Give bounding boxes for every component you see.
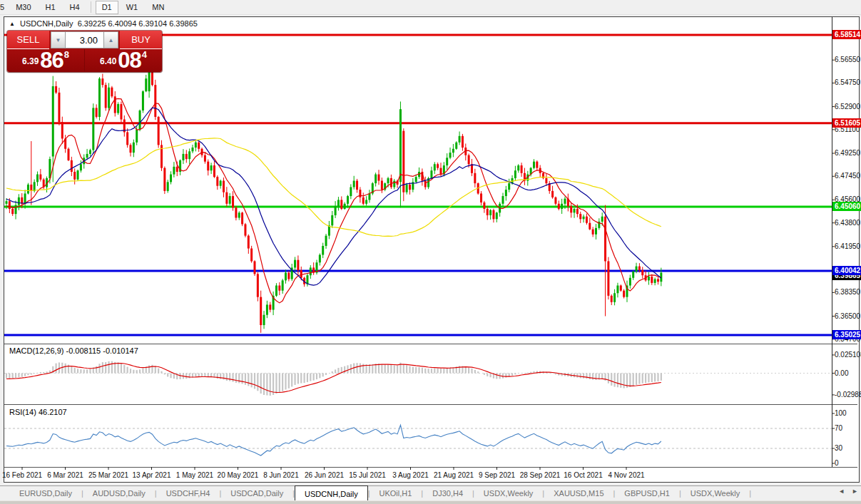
- tab-gbpusd-h1[interactable]: GBPUSD,H1: [615, 486, 679, 500]
- timeframe-button-h1[interactable]: H1: [39, 1, 62, 14]
- buy-price[interactable]: 6.40 08 4: [85, 49, 162, 71]
- buy-price-small: 6.40: [100, 56, 116, 66]
- date-axis-label: 25 Mar 2021: [88, 471, 128, 479]
- tab-usdx-weekly[interactable]: USDX,Weekly: [474, 486, 542, 500]
- level-price-badge: 6.35025: [832, 330, 861, 339]
- timeframe-button-5[interactable]: 5: [0, 1, 8, 14]
- level-price-badge: 6.51605: [832, 118, 861, 128]
- tab-audusd-daily[interactable]: AUDUSD,Daily: [83, 486, 155, 500]
- sell-button[interactable]: SELL: [7, 31, 49, 49]
- volume-stepper: ▼ 3.00 ▲: [51, 31, 118, 48]
- symbol-tab-bar: EURUSD,Daily|AUDUSD,Daily|USDCHF,H4|USDC…: [0, 485, 861, 500]
- macd-label: MACD(12,26,9) -0.008115 -0.010147: [9, 346, 138, 355]
- tab-scroll-arrows: ◄ ►: [838, 488, 858, 495]
- date-axis-label: 4 Nov 2021: [608, 471, 644, 479]
- date-axis-label: 16 Feb 2021: [2, 471, 42, 479]
- tab-usdchf-h4[interactable]: USDCHF,H4: [157, 486, 220, 500]
- toolbar-separator: [91, 1, 91, 13]
- one-click-top-row: SELL ▼ 3.00 ▲ BUY: [7, 31, 162, 49]
- price-tick-label: 6.56550: [835, 56, 861, 63]
- date-axis-label: 28 Sep 2021: [520, 471, 561, 479]
- volume-decrease-button[interactable]: ▼: [51, 31, 66, 48]
- timeframe-button-h4[interactable]: H4: [63, 1, 86, 14]
- date-axis-label: 3 Aug 2021: [392, 471, 429, 479]
- price-tick-label: 6.36500: [835, 312, 861, 320]
- level-price-badge: 6.58514: [832, 30, 861, 39]
- timeframe-button-m30[interactable]: M30: [9, 1, 37, 14]
- volume-input[interactable]: 3.00: [66, 31, 103, 48]
- price-tick-label: 6.38350: [835, 288, 861, 296]
- volume-increase-button[interactable]: ▲: [103, 31, 118, 48]
- rsi-tick-label: 0: [835, 459, 861, 467]
- date-axis-label: 9 Sep 2021: [479, 471, 515, 479]
- buy-price-sup: 4: [142, 49, 147, 60]
- chart-window: ▲ USDCNH,Daily 6.39225 6.40094 6.39104 6…: [4, 16, 860, 483]
- quote-symbol: USDCNH,Daily: [20, 19, 73, 28]
- tab-usdx-weekly[interactable]: USDX,Weekly: [681, 486, 749, 500]
- bottom-strip: [0, 500, 861, 504]
- sell-price[interactable]: 6.39 86 8: [7, 49, 85, 71]
- quote-title: ▲ USDCNH,Daily 6.39225 6.40094 6.39104 6…: [9, 19, 198, 28]
- sell-price-small: 6.39: [22, 56, 39, 66]
- rsi-label: RSI(14) 46.2107: [9, 408, 67, 416]
- timeframe-toolbar: 5M30H1H4D1W1MN: [0, 0, 861, 15]
- date-axis-label: 21 Aug 2021: [434, 471, 474, 479]
- rsi-tick-label: 30: [835, 444, 861, 452]
- date-axis-label: 20 May 2021: [218, 471, 259, 479]
- chart-canvas[interactable]: [4, 17, 857, 480]
- rsi-tick-label: 100: [835, 409, 861, 417]
- tab-xauusd-m15[interactable]: XAUUSD,M15: [544, 486, 613, 500]
- date-axis-label: 15 Jul 2021: [349, 471, 386, 479]
- date-axis-label: 16 Oct 2021: [564, 471, 602, 479]
- tab-scroll-left-icon[interactable]: ◄: [838, 488, 845, 495]
- timeframe-button-mn[interactable]: MN: [146, 1, 170, 14]
- timeframe-button-d1[interactable]: D1: [96, 1, 118, 14]
- level-price-badge: 6.40042: [832, 266, 861, 275]
- rsi-tick-label: 70: [835, 424, 861, 432]
- price-tick-label: 6.41950: [835, 242, 861, 250]
- tab-eurusd-daily[interactable]: EURUSD,Daily: [10, 486, 81, 500]
- tab-usdcnh-daily[interactable]: USDCNH,Daily: [295, 485, 368, 500]
- date-axis-label: 13 Apr 2021: [133, 471, 171, 479]
- price-tick-label: 6.49250: [835, 149, 861, 157]
- tab-dj30-h4[interactable]: DJ30,H4: [423, 486, 472, 500]
- one-click-trading-panel: SELL ▼ 3.00 ▲ BUY 6.39 86 8 6.40 08 4: [7, 31, 162, 72]
- date-axis-label: 6 Mar 2021: [47, 471, 83, 479]
- sell-price-big: 86: [40, 51, 63, 69]
- up-triangle-icon: ▲: [9, 21, 15, 27]
- price-tick-label: 6.47450: [835, 172, 861, 180]
- price-tick-label: 6.43800: [835, 219, 861, 227]
- tab-separator: |: [749, 486, 751, 500]
- tab-scroll-right-icon[interactable]: ►: [852, 488, 858, 495]
- price-tick-label: 6.54750: [835, 78, 861, 86]
- macd-tick-label: 0.025108: [835, 351, 861, 359]
- tab-usdcad-daily[interactable]: USDCAD,Daily: [221, 486, 292, 500]
- buy-button[interactable]: BUY: [120, 31, 162, 49]
- timeframe-button-w1[interactable]: W1: [120, 1, 145, 14]
- quote-ohlc: 6.39225 6.40094 6.39104 6.39865: [78, 19, 198, 28]
- buy-price-big: 08: [118, 51, 141, 69]
- date-axis-label: 8 Jun 2021: [263, 471, 299, 479]
- price-tick-label: 6.52900: [835, 103, 861, 110]
- sell-price-sup: 8: [64, 49, 69, 60]
- macd-tick-label: -0.02988: [835, 391, 861, 398]
- tab-ukoil-h1[interactable]: UKOil,H1: [370, 486, 422, 500]
- one-click-price-row: 6.39 86 8 6.40 08 4: [7, 49, 162, 71]
- date-axis-label: 1 May 2021: [176, 471, 213, 479]
- date-axis-label: 26 Jun 2021: [305, 471, 344, 479]
- macd-tick-label: 0.00: [835, 369, 861, 377]
- level-price-badge: 6.45060: [832, 202, 861, 211]
